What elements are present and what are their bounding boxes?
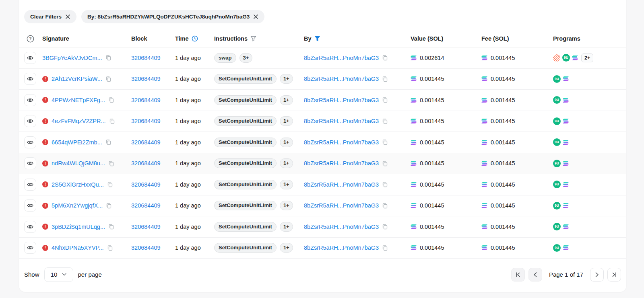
program-icon-solana[interactable] <box>563 224 569 229</box>
signature-link[interactable]: 3BGFpYeAkVJvDCm... <box>42 55 102 61</box>
program-icon-solana[interactable] <box>563 182 569 187</box>
by-address-link[interactable]: 8bZsrR5aRH...PnoMn7baG3 <box>304 224 379 230</box>
signature-link[interactable]: 5pM6Xn2YwgjqfX... <box>52 202 103 209</box>
instruction-count-tag[interactable]: 3+ <box>239 53 253 63</box>
by-address-link[interactable]: 8bZsrR5aRH...PnoMn7baG3 <box>304 245 379 251</box>
block-link[interactable]: 320684409 <box>131 139 161 146</box>
copy-icon[interactable] <box>382 224 388 230</box>
instruction-count-tag[interactable]: 1+ <box>280 222 293 232</box>
program-icon-solana[interactable] <box>563 245 569 250</box>
close-icon[interactable] <box>65 14 70 19</box>
by-address-link[interactable]: 8bZsrR5aRH...PnoMn7baG3 <box>304 160 379 166</box>
by-address-link[interactable]: 8bZsrR5aRH...PnoMn7baG3 <box>304 76 379 82</box>
signature-link[interactable]: 3pBDZiSq1mULqg... <box>52 224 105 230</box>
copy-icon[interactable] <box>105 76 111 82</box>
instruction-count-tag[interactable]: 1+ <box>280 74 293 84</box>
instruction-tag[interactable]: SetComputeUnitLimit <box>214 138 277 147</box>
instruction-tag[interactable]: SetComputeUnitLimit <box>214 158 277 168</box>
signature-link[interactable]: 2Ah1zVcrKPsiaW... <box>52 76 102 82</box>
program-icon-badge[interactable]: 9U <box>553 117 561 125</box>
block-link[interactable]: 320684409 <box>131 118 161 124</box>
program-icon-badge[interactable]: 9U <box>562 54 570 62</box>
program-icon-badge[interactable]: 9U <box>553 181 561 188</box>
by-address-link[interactable]: 8bZsrR5aRH...PnoMn7baG3 <box>304 181 379 188</box>
by-address-link[interactable]: 8bZsrR5aRH...PnoMn7baG3 <box>304 139 379 146</box>
program-icon-badge[interactable]: 9U <box>553 96 561 104</box>
copy-icon[interactable] <box>382 55 388 61</box>
copy-icon[interactable] <box>382 97 388 103</box>
copy-icon[interactable] <box>109 118 115 124</box>
preview-transaction-button[interactable] <box>24 52 36 64</box>
program-icon-badge[interactable]: 9U <box>553 223 561 230</box>
help-icon[interactable]: ? <box>27 35 34 43</box>
program-icon-solana[interactable] <box>563 140 569 145</box>
program-icon-striped[interactable] <box>553 54 560 62</box>
block-link[interactable]: 320684409 <box>131 160 161 166</box>
copy-icon[interactable] <box>382 139 388 145</box>
page-size-select[interactable]: 10 <box>44 267 73 282</box>
instruction-tag[interactable]: swap <box>214 53 236 63</box>
copy-icon[interactable] <box>382 203 388 209</box>
instruction-count-tag[interactable]: 1+ <box>280 180 293 189</box>
signature-link[interactable]: 4ezFvFMqzV2ZPR... <box>52 118 106 124</box>
copy-icon[interactable] <box>105 55 111 61</box>
program-icon-badge[interactable]: 9U <box>553 75 561 83</box>
instruction-tag[interactable]: SetComputeUnitLimit <box>214 222 277 232</box>
signature-link[interactable]: 4NhxDPNa5XYVP... <box>52 245 104 251</box>
program-icon-solana[interactable] <box>572 55 578 60</box>
preview-transaction-button[interactable] <box>24 94 36 106</box>
preview-transaction-button[interactable] <box>24 242 36 254</box>
instruction-count-tag[interactable]: 1+ <box>280 116 293 126</box>
preview-transaction-button[interactable] <box>24 73 36 85</box>
preview-transaction-button[interactable] <box>24 136 36 148</box>
program-icon-solana[interactable] <box>563 161 569 166</box>
block-link[interactable]: 320684409 <box>131 224 161 230</box>
copy-icon[interactable] <box>382 181 388 187</box>
filter-funnel-active-icon[interactable] <box>314 36 320 41</box>
clear-filters-chip[interactable]: Clear Filters <box>24 10 76 23</box>
copy-icon[interactable] <box>382 160 388 166</box>
copy-icon[interactable] <box>108 224 114 230</box>
block-link[interactable]: 320684409 <box>131 202 161 209</box>
instruction-count-tag[interactable]: 1+ <box>280 201 293 210</box>
program-icon-solana[interactable] <box>563 203 569 208</box>
programs-more-badge[interactable]: 2+ <box>581 53 593 62</box>
preview-transaction-button[interactable] <box>24 157 36 169</box>
block-link[interactable]: 320684409 <box>131 55 161 61</box>
preview-transaction-button[interactable] <box>24 221 36 233</box>
program-icon-badge[interactable]: 9U <box>553 202 561 210</box>
preview-transaction-button[interactable] <box>24 115 36 127</box>
clock-icon[interactable] <box>192 35 198 42</box>
instruction-tag[interactable]: SetComputeUnitLimit <box>214 180 277 189</box>
block-link[interactable]: 320684409 <box>131 76 161 82</box>
signature-link[interactable]: 6654qWPEi2Zmb... <box>52 139 102 146</box>
instruction-tag[interactable]: SetComputeUnitLimit <box>214 116 277 126</box>
preview-transaction-button[interactable] <box>24 199 36 212</box>
close-icon[interactable] <box>253 14 258 19</box>
next-page-button[interactable] <box>590 268 604 282</box>
by-address-link[interactable]: 8bZsrR5aRH...PnoMn7baG3 <box>304 97 379 103</box>
filter-funnel-icon[interactable] <box>250 36 256 41</box>
copy-icon[interactable] <box>382 245 388 251</box>
instruction-tag[interactable]: SetComputeUnitLimit <box>214 243 277 253</box>
instruction-count-tag[interactable]: 1+ <box>280 138 293 147</box>
preview-transaction-button[interactable] <box>24 179 36 191</box>
previous-page-button[interactable] <box>528 268 542 282</box>
by-address-link[interactable]: 8bZsrR5aRH...PnoMn7baG3 <box>304 55 379 61</box>
block-link[interactable]: 320684409 <box>131 97 161 103</box>
copy-icon[interactable] <box>382 76 388 82</box>
program-icon-solana[interactable] <box>563 119 569 123</box>
instruction-tag[interactable]: SetComputeUnitLimit <box>214 201 277 210</box>
by-address-link[interactable]: 8bZsrR5aRH...PnoMn7baG3 <box>304 118 379 124</box>
instruction-count-tag[interactable]: 1+ <box>280 95 293 105</box>
signature-link[interactable]: 4PPWzNETpFXFg... <box>52 97 105 103</box>
signature-link[interactable]: 2S5GXiGrzHxxQu... <box>52 181 104 188</box>
copy-icon[interactable] <box>107 245 113 251</box>
program-icon-badge[interactable]: 9U <box>553 160 561 167</box>
by-address-link[interactable]: 8bZsrR5aRH...PnoMn7baG3 <box>304 202 379 209</box>
signature-link[interactable]: ndRw4WLQjGM8u... <box>52 160 105 166</box>
copy-icon[interactable] <box>107 181 113 187</box>
copy-icon[interactable] <box>382 118 388 124</box>
copy-icon[interactable] <box>106 203 112 209</box>
instruction-count-tag[interactable]: 1+ <box>280 158 293 168</box>
